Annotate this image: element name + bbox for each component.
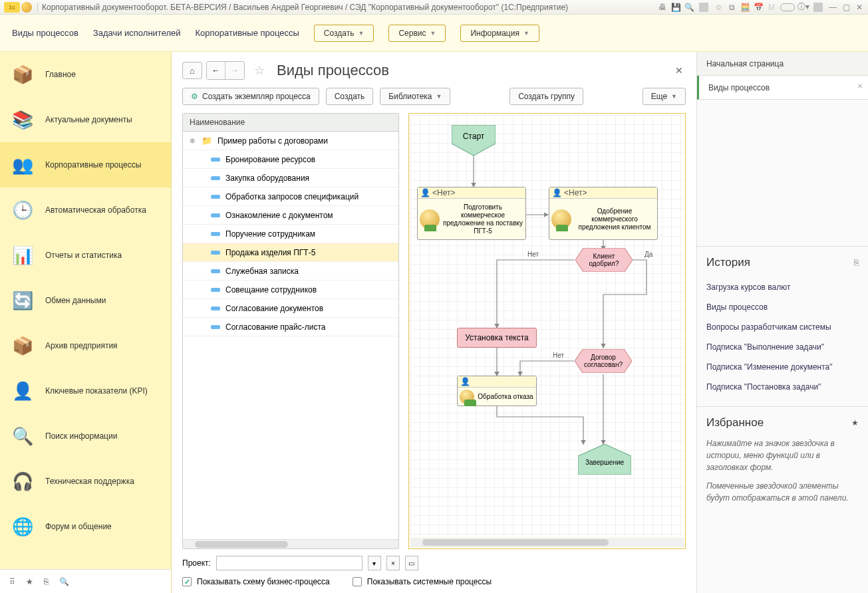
project-input[interactable] xyxy=(216,556,362,570)
sidebar-item-10[interactable]: 🌐Форум и общение xyxy=(0,504,171,549)
sidebar-item-9[interactable]: 🎧Техническая поддержка xyxy=(0,459,171,504)
print-icon[interactable]: 🖶 xyxy=(658,3,667,12)
sidebar-item-1[interactable]: 📚Актуальные документы xyxy=(0,97,171,142)
expand-icon[interactable]: ⊕ xyxy=(188,137,196,144)
history-link-0[interactable]: Загрузка курсов валют xyxy=(706,277,859,297)
star-icon[interactable]: ☆ xyxy=(714,3,723,12)
star-icon[interactable]: ★ xyxy=(851,418,859,427)
menu-info-button[interactable]: Информация▼ xyxy=(460,25,539,42)
tree-item-1[interactable]: Закупка оборудования xyxy=(183,169,398,187)
minimize-button[interactable]: — xyxy=(828,3,837,12)
tree-item-4[interactable]: Поручение сотрудникам xyxy=(183,225,398,243)
node-start[interactable]: Старт xyxy=(452,125,496,156)
create-instance-button[interactable]: ⚙Создать экземпляр процесса xyxy=(182,88,319,105)
rp-tab-start[interactable]: Начальная страница xyxy=(697,52,868,76)
tree-item-label: Продажа изделия ПГТ-5 xyxy=(225,248,315,257)
history-icon[interactable]: ⎘ xyxy=(854,258,859,267)
forward-button[interactable]: → xyxy=(225,62,244,79)
calc-icon[interactable]: 🧮 xyxy=(740,3,750,12)
node-task-2[interactable]: 👤<Нет> Одобрение коммерческого предложен… xyxy=(549,187,658,240)
project-open-button[interactable]: ▭ xyxy=(405,556,418,570)
process-icon xyxy=(211,306,220,310)
back-button[interactable]: ← xyxy=(207,62,225,79)
favorites-section: Избранное ★ Нажимайте на значок звездочк… xyxy=(697,406,868,520)
search-icon[interactable]: 🔍 xyxy=(59,577,69,586)
sidebar-item-4[interactable]: 📊Отчеты и статистика xyxy=(0,233,171,278)
diagram-hscroll[interactable] xyxy=(410,538,684,547)
tree-folder-row[interactable]: ⊕📁Пример работы с договорами xyxy=(183,132,398,150)
node-task-3[interactable]: 👤 Обработка отказа xyxy=(457,376,537,406)
tree-item-label: Бронирование ресурсов xyxy=(225,155,315,164)
sidebar-item-7[interactable]: 👤Ключевые показатели (KPI) xyxy=(0,368,171,414)
close-button[interactable]: ✕ xyxy=(855,3,864,12)
sidebar-item-8[interactable]: 🔍Поиск информации xyxy=(0,414,171,459)
node-end[interactable]: Завершение xyxy=(578,444,631,475)
bpmn-diagram[interactable]: Старт 👤<Нет> Подготовить коммерческое пр… xyxy=(410,115,684,536)
tree-item-5[interactable]: Продажа изделия ПГТ-5 xyxy=(183,243,398,262)
home-button[interactable]: ⌂ xyxy=(182,62,202,79)
tree-item-7[interactable]: Совещание сотрудников xyxy=(183,281,398,299)
sidebar-item-label: Отчеты и статистика xyxy=(45,251,122,260)
app-logo: 1c xyxy=(4,2,20,13)
preview-icon[interactable]: 🔍 xyxy=(684,3,694,12)
node-decision-1[interactable]: Клиент одобрил? xyxy=(575,248,633,272)
show-system-checkbox[interactable]: Показывать системные процессы xyxy=(353,577,492,586)
history-link-1[interactable]: Виды процессов xyxy=(706,297,859,317)
link-icon[interactable]: ⧉ xyxy=(727,3,736,12)
tree-item-6[interactable]: Служебная записка xyxy=(183,262,398,281)
project-clear-button[interactable]: × xyxy=(386,556,400,570)
tree-item-2[interactable]: Обработка запросов спецификаций xyxy=(183,187,398,206)
tree-item-9[interactable]: Согласование прайс-листа xyxy=(183,318,398,336)
title-bar: 1c Корпоративный документооборот. БЕТА-В… xyxy=(0,0,868,15)
menu-create-button[interactable]: Создать▼ xyxy=(314,25,374,42)
menu-link-1[interactable]: Задачи исполнителей xyxy=(93,28,181,38)
page-header: ⌂ ← → ☆ Виды процессов ✕ xyxy=(172,52,696,86)
process-icon xyxy=(211,158,220,162)
tree-item-3[interactable]: Ознакомление с документом xyxy=(183,206,398,225)
close-icon[interactable]: ✕ xyxy=(857,82,863,90)
maximize-button[interactable]: ▢ xyxy=(841,3,851,12)
menu-link-0[interactable]: Виды процессов xyxy=(12,28,78,38)
sidebar-item-2[interactable]: 👥Корпоративные процессы xyxy=(0,142,171,187)
save-icon[interactable]: 💾 xyxy=(671,3,680,12)
process-icon xyxy=(211,288,220,292)
sidebar-item-0[interactable]: 📦Главное xyxy=(0,52,171,97)
tree-hscroll[interactable] xyxy=(183,539,398,548)
more-button[interactable]: Еще▼ xyxy=(643,88,686,105)
info-icon[interactable]: ⓘ▾ xyxy=(799,3,808,12)
app-menu-icon[interactable] xyxy=(21,2,32,13)
tree-item-label: Обработка запросов спецификаций xyxy=(225,192,359,201)
m-icon[interactable]: M xyxy=(767,3,776,12)
history-icon[interactable]: ⎘ xyxy=(44,577,49,586)
show-schema-checkbox[interactable]: ✓Показывать схему бизнес-процесса xyxy=(182,577,330,586)
sidebar-item-5[interactable]: 🔄Обмен данными xyxy=(0,278,171,323)
close-page-button[interactable]: ✕ xyxy=(672,62,686,78)
sidebar-icon: 👥 xyxy=(9,152,36,178)
history-link-3[interactable]: Подписка "Выполнение задачи" xyxy=(706,337,859,357)
sidebar-item-6[interactable]: 📦Архив предприятия xyxy=(0,323,171,368)
menu-link-2[interactable]: Корпоративные процессы xyxy=(196,28,299,38)
toggle-icon[interactable] xyxy=(780,3,795,11)
apps-icon[interactable]: ⠿ xyxy=(9,577,15,586)
create-button[interactable]: Создать xyxy=(326,88,374,105)
right-panel: Начальная страница Виды процессов✕ Истор… xyxy=(696,52,868,593)
menu-service-button[interactable]: Сервис▼ xyxy=(388,25,446,42)
node-task-1[interactable]: 👤<Нет> Подготовить коммерческое предложе… xyxy=(417,187,526,240)
favorite-star-icon[interactable]: ☆ xyxy=(254,63,269,78)
history-link-2[interactable]: Вопросы разработчикам системы xyxy=(706,317,859,337)
node-decision-2[interactable]: Договор согласован? xyxy=(575,349,632,373)
sidebar-item-3[interactable]: 🕒Автоматическая обработка xyxy=(0,187,171,233)
history-link-4[interactable]: Подписка "Изменение документа" xyxy=(706,357,859,377)
calendar-icon[interactable]: 📅 xyxy=(754,3,763,12)
tree-item-0[interactable]: Бронирование ресурсов xyxy=(183,150,398,169)
library-button[interactable]: Библиотека▼ xyxy=(380,88,450,105)
tree-item-8[interactable]: Согласование документов xyxy=(183,299,398,318)
create-group-button[interactable]: Создать группу xyxy=(509,88,583,105)
rp-tab-processes[interactable]: Виды процессов✕ xyxy=(697,76,868,100)
node-set-text[interactable]: Установка текста xyxy=(457,328,537,348)
project-dropdown-button[interactable]: ▾ xyxy=(368,556,381,570)
sidebar-item-label: Ключевые показатели (KPI) xyxy=(45,386,148,396)
history-link-5[interactable]: Подписка "Постановка задачи" xyxy=(706,377,859,397)
star-icon[interactable]: ★ xyxy=(26,577,33,586)
menu-bar: Виды процессов Задачи исполнителей Корпо… xyxy=(0,15,868,52)
